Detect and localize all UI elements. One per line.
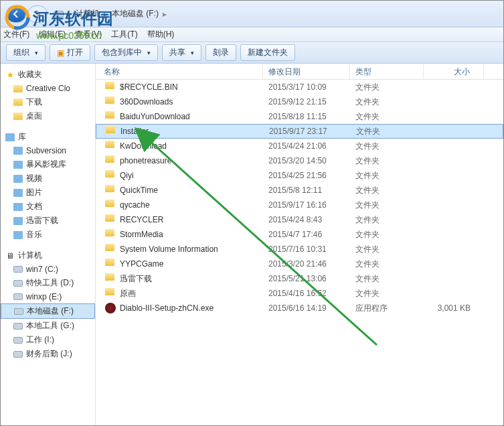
file-row[interactable]: 360Downloads2015/9/12 21:15文件夹 [96, 94, 503, 109]
file-name: Diablo-III-Setup-zhCN.exe [120, 303, 214, 313]
file-date-cell: 2015/4/7 17:46 [263, 230, 350, 239]
file-type-cell: 文件夹 [350, 170, 424, 182]
folder-icon [105, 82, 116, 92]
file-row[interactable]: $RECYCLE.BIN2015/3/17 10:09文件夹 [96, 80, 503, 94]
file-type-cell: 文件夹 [350, 200, 424, 211]
breadcrumb[interactable]: ▸ 计算机 ▸ 本地磁盘 (F:) ▸ [54, 8, 168, 19]
computer-root[interactable]: 🖥计算机 [1, 248, 95, 263]
menu-view[interactable]: 查看(V) [75, 29, 102, 40]
sidebar-item[interactable]: 特快工具 (D:) [1, 276, 95, 290]
organize-button[interactable]: 组织 [6, 44, 46, 61]
file-row[interactable]: Installer2015/9/17 23:17文件夹 [96, 124, 503, 139]
sidebar-item[interactable]: winxp (E:) [1, 290, 95, 303]
folder-icon [105, 111, 116, 122]
arrow-right-icon [33, 9, 42, 19]
file-name-cell: QuickTime [96, 185, 263, 196]
titlebar: ▸ 计算机 ▸ 本地磁盘 (F:) ▸ [1, 1, 503, 27]
tree-item-label: 迅雷下载 [26, 215, 58, 226]
tree-item-label: 本地磁盘 (F:) [27, 305, 74, 317]
folder-icon [105, 185, 116, 196]
file-date-cell: 2015/4/25 21:56 [263, 171, 350, 180]
folder-icon [106, 126, 116, 137]
open-button[interactable]: ▣打开 [50, 44, 90, 61]
folder-icon [105, 244, 116, 255]
file-row[interactable]: StormMedia2015/4/7 17:46文件夹 [96, 227, 503, 242]
file-name-cell: qycache [96, 200, 263, 210]
sidebar-item[interactable]: 桌面 [1, 109, 95, 123]
menu-tools[interactable]: 工具(T) [111, 29, 137, 40]
computer-label: 计算机 [18, 250, 42, 261]
folder-icon [105, 214, 116, 225]
file-row[interactable]: qycache2015/9/17 16:16文件夹 [96, 198, 503, 212]
sidebar-item[interactable]: 本地磁盘 (F:) [1, 303, 95, 319]
col-type[interactable]: 类型 [350, 64, 424, 79]
file-date-cell: 2015/9/17 23:17 [264, 127, 351, 136]
sidebar-item[interactable]: 音乐 [1, 228, 95, 242]
favorites-root[interactable]: ★收藏夹 [1, 68, 95, 82]
file-name-cell: StormMedia [96, 229, 263, 240]
sidebar-item[interactable]: 下载 [1, 95, 95, 109]
file-row[interactable]: Diablo-III-Setup-zhCN.exe2015/6/16 14:19… [96, 301, 503, 315]
sidebar-item[interactable]: 迅雷下载 [1, 214, 95, 228]
file-date-cell: 2015/4/24 21:06 [263, 141, 350, 151]
file-row[interactable]: YYPCGame2015/3/20 21:46文件夹 [96, 257, 503, 271]
burn-button[interactable]: 刻录 [205, 44, 236, 61]
menu-file[interactable]: 文件(F) [3, 29, 29, 40]
nav-forward-button[interactable] [27, 5, 48, 23]
breadcrumb-computer[interactable]: 计算机 [76, 8, 100, 19]
col-name[interactable]: 名称 [96, 64, 263, 79]
tree-item-label: 暴风影视库 [26, 159, 66, 170]
sidebar-item[interactable]: 视频 [1, 171, 95, 186]
file-name: 360Downloads [120, 97, 173, 106]
sidebar-item[interactable]: 文档 [1, 200, 95, 214]
file-row[interactable]: BaiduYunDownload2015/8/18 11:15文件夹 [96, 109, 503, 124]
tree-item-label: 财务后勤 (J:) [26, 348, 72, 360]
file-list: $RECYCLE.BIN2015/3/17 10:09文件夹360Downloa… [96, 80, 503, 315]
folder-icon [105, 141, 116, 151]
sidebar-item[interactable]: 财务后勤 (J:) [1, 347, 95, 361]
file-name: Qiyi [120, 171, 134, 180]
file-type-cell: 文件夹 [350, 155, 424, 167]
file-row[interactable]: 原画2015/4/16 16:52文件夹 [96, 286, 503, 301]
include-library-button[interactable]: 包含到库中 [94, 44, 158, 61]
file-row[interactable]: phonetreasure2015/3/20 14:50文件夹 [96, 153, 503, 168]
file-type-cell: 文件夹 [350, 244, 424, 255]
sidebar-item[interactable]: Creative Clo [1, 82, 95, 95]
sidebar-item[interactable]: win7 (C:) [1, 263, 95, 276]
sidebar-item[interactable]: 本地工具 (G:) [1, 319, 95, 333]
sidebar-item[interactable]: 暴风影视库 [1, 157, 95, 171]
new-folder-button[interactable]: 新建文件夹 [240, 44, 295, 61]
file-row[interactable]: Qiyi2015/4/25 21:56文件夹 [96, 168, 503, 183]
share-button[interactable]: 共享 [162, 44, 201, 61]
libraries-label: 库 [18, 131, 26, 143]
file-row[interactable]: RECYCLER2015/4/24 8:43文件夹 [96, 212, 503, 227]
sidebar-item[interactable]: Subversion [1, 144, 95, 157]
folder-icon [105, 288, 116, 299]
nav-back-button[interactable] [6, 5, 26, 23]
col-date[interactable]: 修改日期 [263, 64, 350, 79]
file-name-cell: Diablo-III-Setup-zhCN.exe [96, 303, 263, 313]
file-row[interactable]: 迅雷下载2015/5/21 13:06文件夹 [96, 271, 503, 286]
file-date-cell: 2015/9/12 21:15 [263, 97, 350, 106]
file-row[interactable]: System Volume Information2015/7/16 10:31… [96, 242, 503, 257]
file-name-cell: 原画 [96, 288, 263, 299]
sidebar-item[interactable]: 图片 [1, 186, 95, 200]
libraries-root[interactable]: 库 [1, 130, 95, 144]
tree-item-icon [13, 83, 23, 94]
col-size[interactable]: 大小 [424, 64, 484, 79]
sidebar-item[interactable]: 工作 (I:) [1, 333, 95, 347]
tree-item-icon [13, 145, 23, 156]
file-row[interactable]: KwDownload2015/4/24 21:06文件夹 [96, 139, 503, 153]
file-name: phonetreasure [120, 156, 171, 165]
folder-icon [105, 170, 116, 181]
tree-item-label: 桌面 [26, 111, 42, 122]
tree-item-icon [13, 97, 23, 108]
file-row[interactable]: QuickTime2015/5/8 12:11文件夹 [96, 183, 503, 198]
folder-icon [105, 259, 116, 269]
file-date-cell: 2015/3/17 10:09 [263, 82, 350, 92]
breadcrumb-drive[interactable]: 本地磁盘 (F:) [112, 8, 159, 19]
tree-item-label: win7 (C:) [26, 265, 58, 274]
menu-help[interactable]: 帮助(H) [147, 29, 175, 40]
file-date-cell: 2015/3/20 21:46 [263, 259, 350, 269]
menu-edit[interactable]: 编辑(E) [39, 29, 66, 40]
